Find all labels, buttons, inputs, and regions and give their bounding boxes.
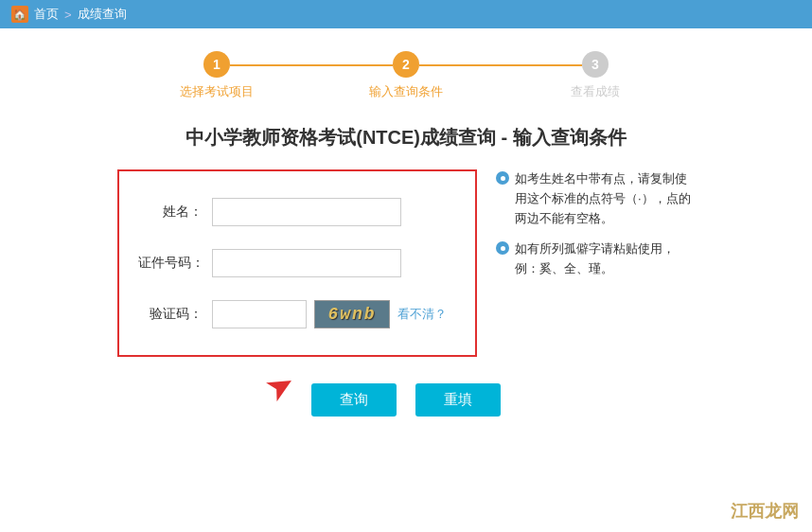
- step-3-label: 查看成绩: [571, 83, 620, 100]
- nav-home[interactable]: 首页: [34, 6, 59, 23]
- step-2-circle: 2: [393, 51, 419, 78]
- breadcrumb: 🏠 首页 > 成绩查询: [0, 0, 812, 28]
- captcha-row: 验证码： 6wnb 看不清？: [138, 300, 447, 328]
- form-box: 姓名： 证件号码： 验证码： 6wnb 看不清？: [117, 169, 477, 357]
- id-label: 证件号码：: [138, 255, 203, 272]
- name-input[interactable]: [212, 198, 401, 226]
- tip-1-text: 如考生姓名中带有点，请复制使用这个标准的点符号（·），点的两边不能有空格。: [515, 169, 695, 228]
- home-icon: 🏠: [11, 6, 28, 23]
- step-3-circle: 3: [582, 51, 609, 78]
- step-2-label: 输入查询条件: [369, 83, 443, 100]
- tip-2-text: 如有所列孤僻字请粘贴使用，例：奚、全、瑾。: [515, 239, 695, 279]
- tips-box: 如考生姓名中带有点，请复制使用这个标准的点符号（·），点的两边不能有空格。 如有…: [496, 169, 695, 291]
- name-label: 姓名：: [138, 204, 203, 221]
- step-1-label: 选择考试项目: [180, 83, 254, 100]
- reset-button[interactable]: 重填: [415, 383, 501, 417]
- watermark: 江西龙网: [731, 500, 799, 523]
- arrow-wrapper: ➤ 查询: [311, 383, 397, 417]
- name-row: 姓名：: [138, 198, 447, 226]
- main-content: 中小学教师资格考试(NTCE)成绩查询 - 输入查询条件 姓名： 证件号码： 验…: [0, 115, 812, 435]
- step-1-circle: 1: [203, 51, 230, 78]
- query-button[interactable]: 查询: [311, 383, 397, 417]
- arrow-icon: ➤: [258, 362, 303, 410]
- nav-current: 成绩查询: [78, 6, 127, 23]
- tip-1: 如考生姓名中带有点，请复制使用这个标准的点符号（·），点的两边不能有空格。: [496, 169, 695, 228]
- tip-2: 如有所列孤僻字请粘贴使用，例：奚、全、瑾。: [496, 239, 695, 279]
- captcha-label: 验证码：: [138, 306, 203, 323]
- id-input[interactable]: [212, 249, 401, 277]
- buttons-area: ➤ 查询 重填: [28, 383, 784, 417]
- cant-see-link[interactable]: 看不清？: [397, 306, 447, 323]
- step-1: 1 选择考试项目: [122, 51, 311, 100]
- tip-dot-1: [496, 171, 509, 185]
- captcha-input[interactable]: [212, 300, 307, 328]
- breadcrumb-separator: >: [64, 8, 72, 22]
- step-3: 3 查看成绩: [501, 51, 690, 100]
- step-2: 2 输入查询条件: [311, 51, 501, 100]
- captcha-image[interactable]: 6wnb: [314, 300, 390, 328]
- tip-dot-2: [496, 241, 509, 255]
- id-row: 证件号码：: [138, 249, 447, 277]
- captcha-row-inner: 6wnb 看不清？: [212, 300, 447, 328]
- form-area: 姓名： 证件号码： 验证码： 6wnb 看不清？ 如考生: [28, 169, 784, 357]
- step-progress: 1 选择考试项目 2 输入查询条件 3 查看成绩: [0, 28, 812, 115]
- page-title: 中小学教师资格考试(NTCE)成绩查询 - 输入查询条件: [28, 125, 784, 151]
